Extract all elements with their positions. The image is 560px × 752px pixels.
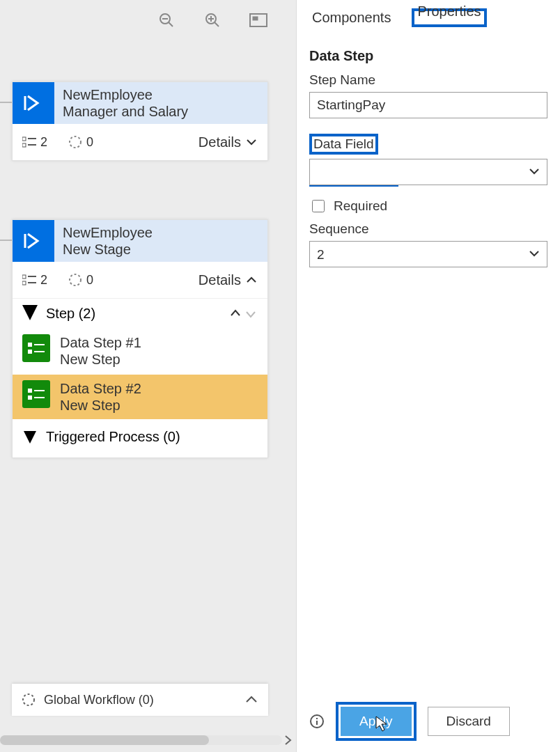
stage-entity: NewEmployee [63, 86, 188, 103]
triggered-count: 0 [68, 273, 93, 288]
required-checkbox[interactable] [312, 200, 325, 212]
tab-properties[interactable]: Properties [414, 2, 483, 20]
svg-rect-10 [22, 137, 26, 141]
triggered-count-value: 0 [86, 135, 93, 150]
data-step-title: Data Step #1 [60, 334, 141, 351]
dashed-circle-icon [22, 693, 36, 707]
data-step-icon [22, 380, 50, 408]
svg-line-1 [169, 22, 173, 26]
steps-count: 2 [22, 135, 47, 150]
details-label: Details [199, 272, 241, 288]
data-field-label: Data Field [312, 136, 375, 152]
svg-rect-21 [28, 343, 32, 347]
zoom-in-icon[interactable] [203, 10, 222, 30]
stage-header: NewEmployee Manager and Salary [13, 82, 267, 124]
sequence-select[interactable]: 2 [309, 241, 547, 267]
details-label: Details [199, 134, 241, 150]
designer-canvas: NewEmployee Manager and Salary 2 0 Detai… [0, 0, 296, 752]
steps-count-value: 2 [40, 135, 47, 150]
svg-marker-29 [24, 431, 36, 444]
move-up-icon[interactable] [228, 307, 242, 321]
stage-name: New Stage [63, 241, 153, 258]
svg-point-30 [23, 694, 34, 705]
svg-rect-23 [28, 350, 32, 354]
stage-card-new-stage[interactable]: NewEmployee New Stage 2 0 Details [12, 219, 268, 458]
stage-header: NewEmployee New Stage [13, 220, 267, 262]
connector-line [0, 102, 13, 103]
data-step-subtitle: New Step [60, 351, 141, 368]
properties-panel: Components Properties Data Step Step Nam… [296, 0, 560, 752]
sequence-label: Sequence [309, 221, 547, 237]
horizontal-scrollbar-track[interactable] [0, 735, 282, 745]
step-name-label: Step Name [309, 72, 547, 88]
svg-rect-12 [22, 143, 26, 147]
triggered-process-label: Triggered Process (0) [46, 429, 180, 445]
zoom-out-icon[interactable] [157, 10, 176, 30]
details-toggle[interactable]: Details [199, 134, 258, 150]
discard-button[interactable]: Discard [428, 707, 510, 736]
move-down-icon[interactable] [244, 307, 258, 321]
triggered-process-section[interactable]: Triggered Process (0) [13, 419, 267, 457]
tab-components[interactable]: Components [309, 8, 394, 27]
connector-line [0, 240, 13, 241]
svg-rect-16 [22, 275, 26, 279]
data-step-subtitle: New Step [60, 397, 141, 414]
info-icon [309, 714, 325, 729]
canvas-toolbar [157, 10, 268, 30]
svg-rect-27 [28, 395, 32, 400]
stage-entity: NewEmployee [63, 224, 153, 241]
steps-section[interactable]: Step (2) [13, 298, 267, 329]
details-toggle[interactable]: Details [199, 272, 258, 288]
chevron-down-icon [245, 136, 258, 148]
triangle-expanded-icon [22, 305, 38, 320]
triggered-count-value: 0 [86, 273, 93, 288]
apply-button[interactable]: Apply [341, 707, 412, 736]
steps-count-value: 2 [40, 273, 47, 288]
global-workflow-label: Global Workflow (0) [44, 693, 154, 707]
steps-section-label: Step (2) [46, 306, 95, 322]
stage-chevron-icon [13, 220, 54, 262]
fit-to-screen-icon[interactable] [249, 10, 268, 30]
panel-section-title: Data Step [309, 48, 547, 64]
svg-rect-25 [28, 389, 32, 393]
stage-chevron-icon [13, 82, 54, 124]
horizontal-scrollbar-thumb[interactable] [0, 735, 209, 745]
scroll-right-icon[interactable] [282, 735, 293, 746]
steps-count: 2 [22, 273, 47, 288]
required-label: Required [334, 198, 387, 214]
stage-card-manager-salary[interactable]: NewEmployee Manager and Salary 2 0 Detai… [12, 81, 268, 161]
data-step-title: Data Step #2 [60, 380, 141, 397]
data-step-row-selected[interactable]: Data Step #2 New Step [13, 375, 267, 419]
data-step-row[interactable]: Data Step #1 New Step [13, 329, 267, 373]
triggered-count: 0 [68, 135, 93, 150]
stage-name: Manager and Salary [63, 103, 188, 120]
svg-point-20 [70, 274, 81, 285]
global-workflow-bar[interactable]: Global Workflow (0) [12, 684, 268, 716]
data-step-icon [22, 334, 50, 362]
triangle-collapsed-icon [22, 430, 38, 445]
svg-point-14 [70, 136, 81, 148]
svg-line-4 [215, 22, 219, 26]
svg-rect-18 [22, 281, 26, 285]
chevron-up-icon[interactable] [244, 693, 258, 707]
data-field-select[interactable]: StartingPay [309, 159, 547, 185]
step-name-input[interactable] [309, 92, 547, 118]
chevron-up-icon [245, 274, 258, 286]
svg-rect-8 [253, 17, 258, 20]
